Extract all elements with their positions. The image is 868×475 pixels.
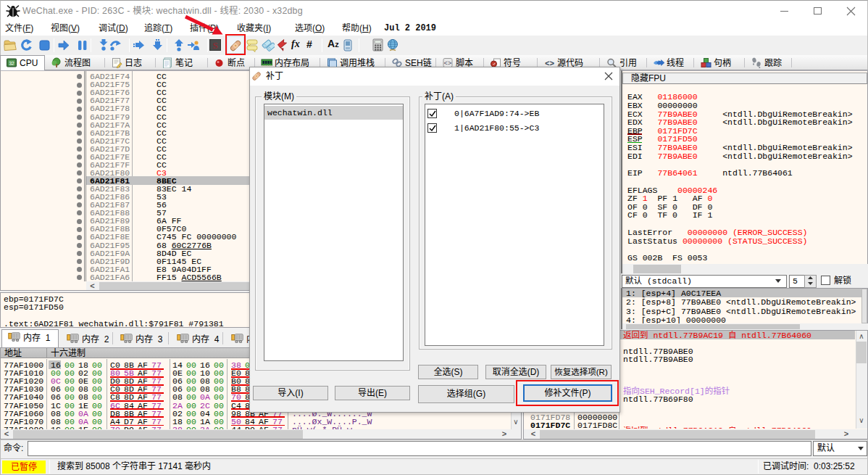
svg-text:32: 32 [9, 61, 14, 66]
svg-text:S: S [212, 40, 217, 51]
